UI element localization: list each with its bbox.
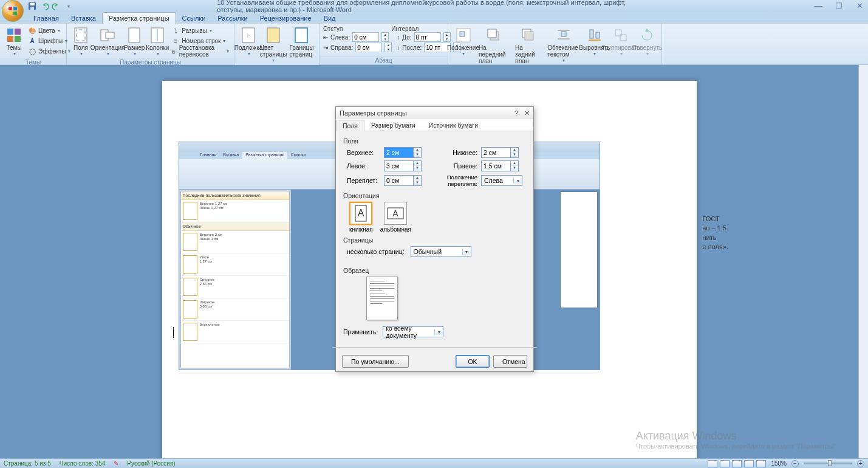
send-back-icon [520, 27, 537, 44]
top-margin-input[interactable] [384, 147, 413, 158]
undo-icon[interactable] [39, 1, 49, 11]
tab-mailings[interactable]: Рассылки [211, 13, 253, 24]
view-outline[interactable] [744, 460, 754, 467]
dialog-close-button[interactable]: ✕ [524, 109, 530, 117]
indent-header: Отступ [323, 26, 343, 32]
group-icon [612, 27, 629, 44]
status-bar: Страница: 5 из 5 Число слов: 354 ✎ Русск… [0, 458, 868, 468]
margin-preview [366, 277, 398, 320]
theme-fonts-button[interactable]: AШрифты▾ [27, 36, 72, 46]
size-icon [126, 27, 143, 44]
multi-pages-combo[interactable]: Обычный▾ [411, 246, 471, 257]
orientation-button[interactable]: Ориентация▾ [94, 26, 121, 58]
themes-label: Темы [6, 44, 21, 51]
group-paragraph-label: Абзац [320, 56, 448, 64]
svg-rect-22 [295, 28, 307, 43]
bottom-margin-spinner[interactable]: ▲▼ [510, 147, 519, 158]
zoom-slider[interactable] [804, 463, 852, 464]
status-language[interactable]: Русский (Россия) [127, 460, 175, 467]
view-web[interactable] [732, 460, 742, 467]
dialog-titlebar[interactable]: Параметры страницы ?✕ [336, 107, 533, 119]
send-back-button[interactable]: На задний план▾ [513, 26, 543, 71]
apply-to-combo[interactable]: ко всему документу▾ [383, 326, 443, 337]
svg-rect-4 [13, 12, 17, 15]
align-button[interactable]: Выровнять▾ [584, 26, 606, 58]
status-lang-icon[interactable]: ✎ [114, 460, 118, 467]
wrap-text-button[interactable]: Обтекание текстом▾ [545, 26, 581, 64]
dialog-tab-paper[interactable]: Размер бумаги [364, 119, 422, 131]
columns-button[interactable]: Колонки▾ [147, 26, 168, 58]
tab-insert[interactable]: Вставка [65, 13, 102, 24]
tab-home[interactable]: Главная [27, 13, 65, 24]
view-draft[interactable] [756, 460, 766, 467]
watermark-button[interactable]: AПодложка▾ [238, 26, 259, 58]
tab-page-layout[interactable]: Разметка страницы [102, 12, 176, 24]
svg-rect-1 [9, 7, 12, 10]
indent-right-spinner[interactable]: ▲▼ [384, 43, 392, 52]
left-margin-input[interactable] [384, 160, 413, 171]
ok-button[interactable]: OK [456, 355, 490, 368]
zoom-in-button[interactable]: + [857, 460, 864, 467]
dialog-tab-margins[interactable]: Поля [336, 120, 364, 131]
zoom-level[interactable]: 150% [771, 460, 787, 467]
gutter-pos-combo[interactable]: Слева▾ [481, 175, 522, 186]
section-margins-label: Поля [343, 137, 526, 145]
bottom-margin-input[interactable] [481, 147, 510, 158]
rotate-button[interactable]: Повернуть▾ [637, 26, 658, 58]
save-icon[interactable] [27, 1, 37, 11]
status-words[interactable]: Число слов: 354 [60, 460, 106, 467]
group-button[interactable]: Группировать▾ [608, 26, 634, 58]
left-margin-label: Левое: [347, 162, 380, 170]
left-margin-spinner[interactable]: ▲▼ [413, 160, 422, 171]
page-setup-dialog: Параметры страницы ?✕ Поля Размер бумаги… [335, 106, 534, 372]
size-button[interactable]: Размер▾ [124, 26, 145, 58]
indent-left-spinner[interactable]: ▲▼ [381, 32, 389, 42]
default-button[interactable]: По умолчанию... [342, 355, 409, 368]
orientation-portrait[interactable]: A книжная [349, 202, 373, 233]
view-print-layout[interactable] [708, 460, 717, 467]
tab-review[interactable]: Рецензирование [254, 13, 318, 24]
multi-pages-label: несколько страниц: [347, 248, 405, 255]
page-borders-icon [293, 27, 310, 44]
minimize-button[interactable]: — [812, 1, 824, 10]
tab-view[interactable]: Вид [318, 13, 342, 24]
gutter-input[interactable] [384, 175, 413, 186]
right-margin-input[interactable] [481, 160, 510, 171]
tab-references[interactable]: Ссылки [176, 13, 212, 24]
right-margin-spinner[interactable]: ▲▼ [510, 160, 519, 171]
margins-button[interactable]: Поля▾ [70, 26, 91, 58]
svg-rect-2 [13, 7, 17, 10]
zoom-out-button[interactable]: − [791, 460, 799, 467]
qat-customize-icon[interactable]: ▾ [64, 1, 73, 11]
dialog-help-button[interactable]: ? [514, 109, 518, 117]
dialog-tab-source[interactable]: Источник бумаги [422, 119, 485, 131]
theme-colors-button[interactable]: 🎨Цвета▾ [27, 26, 72, 35]
bring-front-button[interactable]: На передний план▾ [477, 26, 511, 71]
bring-front-icon [485, 27, 502, 44]
top-margin-spinner[interactable]: ▲▼ [413, 147, 422, 158]
indent-left-input[interactable] [352, 32, 379, 42]
orientation-landscape[interactable]: A альбомная [380, 202, 411, 233]
office-button[interactable] [2, 0, 24, 22]
themes-button[interactable]: Темы▾ [4, 26, 24, 58]
redo-icon[interactable] [52, 1, 61, 11]
cancel-button[interactable]: Отмена [493, 355, 527, 368]
space-before-input[interactable] [414, 32, 441, 42]
page-borders-button[interactable]: Границы страниц [288, 26, 315, 59]
close-button[interactable]: ✕ [853, 1, 866, 10]
breaks-button[interactable]: ⤵Разрывы▾ [170, 26, 230, 35]
position-button[interactable]: Положение▾ [452, 26, 474, 58]
maximize-button[interactable]: ☐ [833, 1, 845, 10]
svg-marker-37 [645, 29, 649, 32]
page-color-button[interactable]: Цвет страницы▾ [261, 26, 285, 64]
hyphenation-button[interactable]: a-Расстановка переносов▾ [170, 46, 230, 56]
indent-right-icon: ⇥ [323, 44, 328, 51]
gutter-spinner[interactable]: ▲▼ [413, 175, 422, 186]
position-icon [455, 27, 472, 44]
status-page[interactable]: Страница: 5 из 5 [4, 460, 51, 467]
svg-text:A: A [358, 208, 364, 218]
indent-right-input[interactable] [355, 43, 382, 52]
theme-effects-button[interactable]: ◯Эффекты▾ [27, 46, 72, 56]
vertical-scrollbar[interactable] [858, 65, 868, 458]
view-full-screen[interactable] [720, 460, 730, 467]
